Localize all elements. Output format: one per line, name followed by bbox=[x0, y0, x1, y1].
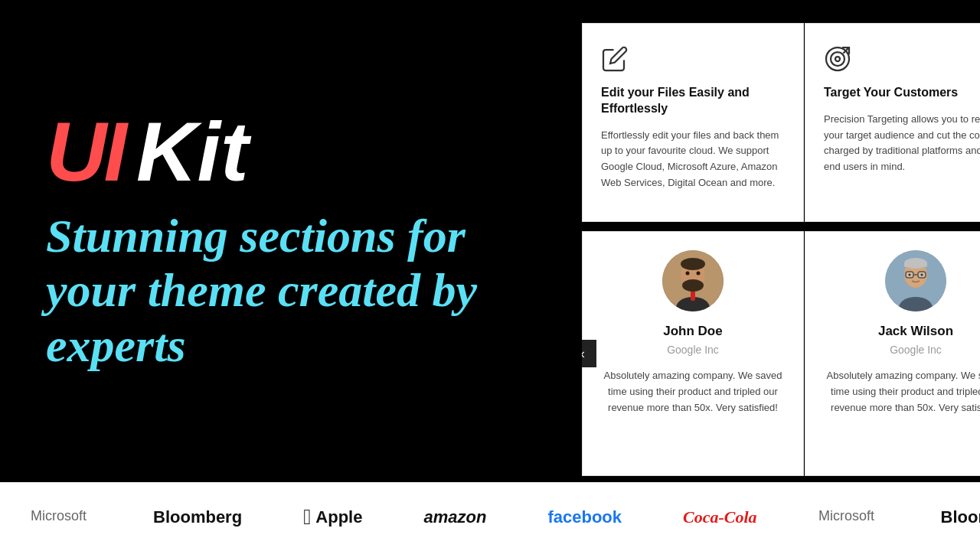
feature-card-target-title: Target Your Customers bbox=[824, 85, 980, 101]
avatar-john bbox=[662, 250, 724, 311]
feature-card-edit-title: Edit your Files Easily and Effortlessly bbox=[601, 85, 785, 117]
jack-wilson-quote: Absolutely amazing company. We saved tim… bbox=[821, 368, 980, 416]
svg-point-10 bbox=[697, 272, 701, 276]
brand-apple-1:  Apple bbox=[273, 505, 393, 530]
brand-facebook-1: facebook bbox=[517, 507, 652, 527]
ticker-track: Microsoft Bloomberg  Apple amazon faceb… bbox=[0, 505, 980, 530]
brand-microsoft-1: Microsoft bbox=[0, 506, 122, 528]
brand-microsoft-2: Microsoft bbox=[788, 506, 910, 528]
feature-cards-row: Edit your Files Easily and Effortlessly … bbox=[582, 23, 980, 222]
feature-card-target-desc: Precision Targeting allows you to reach … bbox=[824, 112, 980, 175]
svg-point-7 bbox=[681, 258, 705, 270]
brand-amazon-1: amazon bbox=[393, 507, 517, 527]
testimonials-row: ‹ bbox=[582, 231, 980, 476]
jack-wilson-name: Jack Wilson bbox=[821, 324, 980, 339]
svg-text:Microsoft: Microsoft bbox=[31, 508, 87, 523]
feature-card-target: Target Your Customers Precision Targetin… bbox=[805, 23, 980, 222]
brand-bloomberg-1: Bloomberg bbox=[122, 507, 273, 527]
hero-tagline: Stunning sections for your theme created… bbox=[46, 209, 536, 373]
testimonial-john: ‹ bbox=[582, 231, 804, 476]
svg-point-2 bbox=[835, 57, 840, 61]
logo-kit: Kit bbox=[136, 109, 249, 194]
feature-card-edit: Edit your Files Easily and Effortlessly … bbox=[582, 23, 804, 222]
svg-point-1 bbox=[831, 52, 844, 66]
prev-arrow-button[interactable]: ‹ bbox=[582, 340, 596, 367]
hero-right: Edit your Files Easily and Effortlessly … bbox=[582, 0, 980, 482]
john-doe-company: Google Inc bbox=[598, 344, 788, 356]
svg-rect-15 bbox=[904, 263, 927, 267]
logo-title: UI Kit bbox=[46, 109, 536, 194]
pencil-icon bbox=[601, 45, 785, 85]
hero-section: UI Kit Stunning sections for your theme … bbox=[0, 0, 980, 482]
brand-cocacola-1: Coca-Cola bbox=[652, 507, 788, 527]
logo-ui: UI bbox=[46, 109, 124, 194]
svg-point-9 bbox=[686, 272, 690, 276]
svg-rect-5 bbox=[691, 290, 695, 301]
logo-ticker: Microsoft Bloomberg  Apple amazon faceb… bbox=[0, 482, 980, 551]
jack-wilson-company: Google Inc bbox=[821, 344, 980, 356]
svg-point-20 bbox=[921, 274, 923, 276]
john-doe-quote: Absolutely amazing company. We saved tim… bbox=[598, 368, 788, 416]
feature-card-edit-desc: Effortlessly edit your files and back th… bbox=[601, 128, 785, 191]
target-icon bbox=[824, 45, 980, 85]
john-doe-name: John Doe bbox=[598, 324, 788, 339]
svg-text:Microsoft: Microsoft bbox=[818, 508, 874, 523]
svg-point-19 bbox=[909, 274, 911, 276]
hero-left: UI Kit Stunning sections for your theme … bbox=[0, 0, 582, 482]
testimonial-jack: Jack Wilson Google Inc Absolutely amazin… bbox=[805, 231, 980, 476]
apple-logo-icon-1:  bbox=[303, 505, 311, 530]
svg-point-8 bbox=[682, 279, 704, 292]
brand-bloomberg-2: Bloomberg bbox=[910, 507, 980, 527]
avatar-jack bbox=[885, 250, 946, 311]
